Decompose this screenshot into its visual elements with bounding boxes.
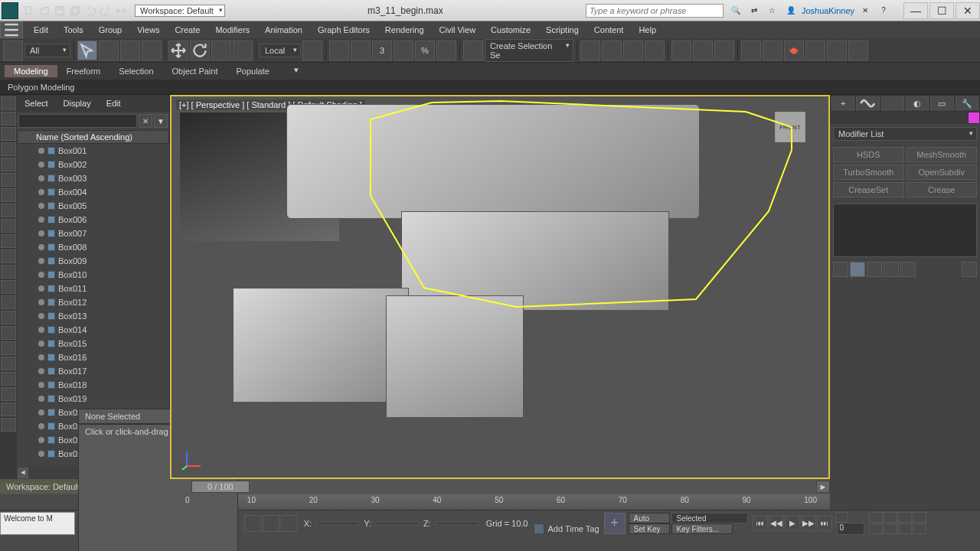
coord-y-value[interactable] [376,522,419,525]
display-lights-icon[interactable] [1,142,16,156]
scene-explorer-search-input[interactable] [18,114,137,128]
menu-animation[interactable]: Animation [257,21,310,38]
isolate-selection-icon[interactable] [244,515,261,532]
redo-icon[interactable] [99,4,113,18]
next-frame-icon[interactable]: ▶▶ [801,516,816,531]
display-all-icon[interactable] [1,311,16,324]
add-time-tag-button[interactable]: Add Time Tag [547,524,599,533]
list-item[interactable]: Box013 [17,309,169,323]
menu-group[interactable]: Group [91,21,130,38]
current-frame-field[interactable]: 0 [837,523,864,535]
layer-explorer-icon[interactable] [623,41,643,60]
render-cloud-icon[interactable] [848,41,868,60]
zoom-icon[interactable] [869,512,883,523]
undo-icon[interactable] [83,4,97,18]
set-key-button[interactable]: Set Key [629,523,670,534]
list-item[interactable]: Box003 [17,171,169,185]
percent-snap-icon[interactable]: % [415,41,435,60]
maxscript-listener[interactable]: Welcome to M [0,512,75,535]
display-spacewarps-icon[interactable] [1,188,16,202]
visibility-icon[interactable] [38,299,44,305]
absolute-relative-icon[interactable] [281,515,298,532]
move-icon[interactable] [168,41,188,60]
app-logo[interactable] [2,2,18,19]
new-icon[interactable] [22,4,36,18]
select-name-icon[interactable] [99,41,119,60]
key-filters-button[interactable]: Key Filters... [671,523,733,534]
ribbon-tab-object-paint[interactable]: Object Paint [163,65,227,77]
goto-start-icon[interactable]: ⏮ [753,516,768,531]
ribbon-expand-icon[interactable]: ▾ [294,65,311,77]
saveall-icon[interactable] [68,4,82,18]
keyboard-shortcut-icon[interactable] [351,41,371,60]
visibility-icon[interactable] [38,258,44,264]
display-selset-icon[interactable] [1,403,16,416]
list-item[interactable]: Box015 [17,337,169,350]
visibility-icon[interactable] [38,327,44,333]
visibility-icon[interactable] [38,368,44,374]
menu-content[interactable]: Content [586,21,632,38]
render-production-icon[interactable]: 🫖 [784,41,804,60]
reference-coordsys-dropdown[interactable]: Local [260,44,301,57]
coord-z-value[interactable] [436,522,479,525]
visibility-icon[interactable] [38,313,44,319]
select-region-rect-icon[interactable] [120,41,140,60]
list-item[interactable]: Box017 [17,364,169,378]
prev-frame-icon[interactable]: ◀◀ [769,516,784,531]
edit-named-sel-icon[interactable] [463,41,483,60]
object-name-field[interactable] [830,112,968,124]
list-item[interactable]: Box008 [17,240,169,254]
angle-snap-icon[interactable] [394,41,413,60]
selection-lock-icon[interactable] [3,41,23,60]
menu-edit[interactable]: Edit [26,21,56,38]
visibility-icon[interactable] [38,148,44,154]
pan-icon[interactable] [884,523,897,534]
mod-btn-hsds[interactable]: HSDS [833,147,904,162]
display-geometry-icon[interactable] [1,112,16,126]
list-item[interactable]: Box005 [17,199,169,213]
select-window-crossing-icon[interactable] [142,41,162,60]
pin-stack-icon[interactable] [833,262,848,277]
visibility-icon[interactable] [38,437,44,443]
placement-icon[interactable] [233,41,253,60]
modifier-list-dropdown[interactable]: Modifier List [833,127,977,141]
workspace-footer-label[interactable]: Workspace: Default [0,481,86,493]
scene-explorer-tab-edit[interactable]: Edit [99,99,129,108]
display-groups-icon[interactable] [1,204,16,217]
play-icon[interactable]: ▶ [785,516,800,531]
list-item[interactable]: Box009 [17,254,169,268]
mod-btn-meshsmooth[interactable]: MeshSmooth [906,147,978,162]
spinner-snap-icon[interactable] [436,41,456,60]
visibility-icon[interactable] [38,396,44,402]
time-slider-thumb[interactable]: 0 / 100 [191,481,250,493]
list-item[interactable]: Box006 [17,213,169,227]
ribbon-tab-populate[interactable]: Populate [227,65,278,77]
menu-civil-view[interactable]: Civil View [432,21,483,38]
visibility-icon[interactable] [38,451,44,457]
goto-end-icon[interactable]: ⏭ [817,516,832,531]
pivot-icon[interactable] [302,41,322,60]
rendered-frame-icon[interactable] [763,41,782,60]
menu-customize[interactable]: Customize [483,21,538,38]
window-close-button[interactable]: ✕ [956,2,980,19]
list-item[interactable]: Box011 [17,282,169,295]
workspace-selector[interactable]: Workspace: Default [135,5,225,17]
list-item[interactable]: Box012 [17,295,169,309]
display-frozen-icon[interactable] [1,265,16,279]
list-item[interactable]: Box001 [17,144,169,158]
manipulate-icon[interactable] [329,41,349,60]
time-tag-icon[interactable] [534,523,544,534]
menu-scripting[interactable]: Scripting [538,21,586,38]
key-mode-toggle-icon[interactable] [835,512,848,523]
menu-help[interactable]: Help [631,21,664,38]
window-minimize-button[interactable]: — [903,2,928,19]
material-editor-icon[interactable] [714,41,734,60]
render-iterative-icon[interactable] [805,41,825,60]
username-label[interactable]: JoshuaKinney [802,6,854,15]
scene-explorer-tab-select[interactable]: Select [17,99,56,108]
visibility-icon[interactable] [38,230,44,236]
ribbon-tab-selection[interactable]: Selection [109,65,162,77]
menu-views[interactable]: Views [129,21,167,38]
hscroll-left-icon[interactable]: ◄ [17,467,29,479]
orbit-icon[interactable] [898,523,912,534]
